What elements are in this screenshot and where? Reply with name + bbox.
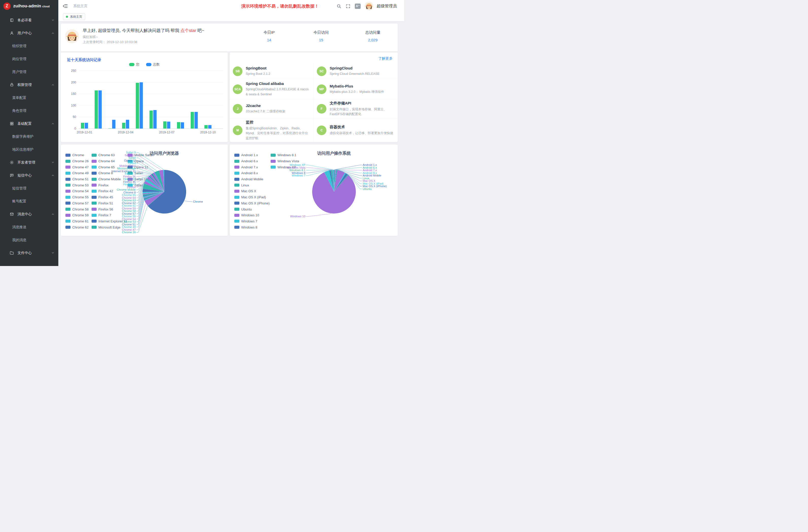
legend-item[interactable]: Chrome 65 xyxy=(92,164,128,170)
font-size-icon[interactable]: A⁺ xyxy=(355,3,361,9)
legend-item[interactable]: Chrome 59 xyxy=(66,212,92,218)
svg-text:Mac OS X (iPad): Mac OS X (iPad) xyxy=(363,182,384,185)
chevron-down-icon xyxy=(52,252,54,254)
legend-item[interactable]: Safari xyxy=(128,170,154,176)
search-icon[interactable] xyxy=(336,4,341,8)
tech-item-desc: 集成SpringBootAdmin、Zipkin、Redis、Mysql、定时任… xyxy=(246,126,309,141)
legend-item[interactable]: Microsoft Edge xyxy=(92,224,128,230)
learn-more-link[interactable]: 了解更多 xyxy=(379,56,392,61)
sidebar-subitem-account-config[interactable]: 账号配置 xyxy=(0,195,58,208)
sidebar-subitem-my-messages[interactable]: 我的消息 xyxy=(0,234,58,246)
legend-item[interactable]: Windows 10 xyxy=(234,212,271,218)
legend-item[interactable]: Mobile Safari xyxy=(128,152,154,158)
chevron-up-icon xyxy=(52,122,54,125)
legend-item[interactable]: Mac OS X xyxy=(234,188,271,194)
tech-badge-icon: C xyxy=(317,126,326,135)
sidebar-item-message-center[interactable]: 消息中心 xyxy=(0,208,58,221)
breadcrumb[interactable]: 系统主页 xyxy=(73,4,88,8)
username[interactable]: 超级管理员 xyxy=(377,3,397,9)
legend-item[interactable]: Chrome 26 xyxy=(66,158,92,164)
fullscreen-icon[interactable] xyxy=(346,4,350,8)
legend-item[interactable]: Chrome Mobile xyxy=(92,176,128,182)
app-logo[interactable]: Z zuihou-admincloud xyxy=(0,0,58,12)
user-avatar[interactable] xyxy=(364,1,373,11)
legend-item[interactable]: Safari 11 xyxy=(128,176,154,182)
legend-item[interactable]: Chrome 55 xyxy=(66,194,92,200)
sidebar-item-file-center[interactable]: 文件中心 xyxy=(0,246,58,259)
svg-text:Chrome: Chrome xyxy=(193,200,203,203)
tech-item-title: 监控 xyxy=(246,120,309,125)
tech-item-title: 文件存储API xyxy=(330,101,393,106)
sidebar-subitem-menu-config[interactable]: 菜单配置 xyxy=(0,91,58,104)
legend-item[interactable]: Chrome 47 xyxy=(66,164,92,170)
legend-item[interactable]: Chrome 49 xyxy=(66,170,92,176)
sidebar-item-must-read[interactable]: 务必详看 xyxy=(0,14,58,26)
visits-chart-card: 近十天系统访问记录 您总数 0501001502002502019-12-012… xyxy=(61,53,228,142)
legend-item[interactable]: Chrome 58 xyxy=(66,206,92,212)
welcome-avatar xyxy=(65,29,79,43)
tab-home[interactable]: 系统主页 xyxy=(63,14,85,20)
legend-item[interactable]: Chrome xyxy=(66,152,92,158)
legend-item[interactable]: Opera xyxy=(128,158,154,164)
legend-item[interactable]: Firefox 45 xyxy=(92,194,128,200)
legend-item[interactable]: Firefox xyxy=(92,182,128,188)
legend-item[interactable]: Chrome 54 xyxy=(66,188,92,194)
svg-text:Android 8.x: Android 8.x xyxy=(363,171,377,175)
legend-item[interactable]: Firefox 7 xyxy=(92,212,128,218)
legend-item[interactable]: Mac OS X (iPhone) xyxy=(234,200,271,206)
legend-item[interactable]: Android 7.x xyxy=(234,164,271,170)
chevron-down-icon xyxy=(52,161,54,164)
legend-item[interactable]: Chrome 62 xyxy=(66,224,92,230)
legend-item[interactable]: Chrome 8 xyxy=(92,170,128,176)
legend-item[interactable]: Linux xyxy=(234,182,271,188)
legend-item[interactable]: Opera 12 xyxy=(128,164,154,170)
legend-item[interactable]: Chrome 61 xyxy=(66,218,92,224)
sidebar-item-developer-management[interactable]: 开发者管理 xyxy=(0,156,58,169)
app-root: Z zuihou-admincloud 务必详看用户中心组织管理岗位管理用户管理… xyxy=(0,0,404,266)
legend-item[interactable]: Ubuntu xyxy=(234,206,271,212)
sidebar-item-user-center[interactable]: 用户中心 xyxy=(0,26,58,40)
svg-text:250: 250 xyxy=(71,69,76,73)
legend-item[interactable]: Chrome 53 xyxy=(66,182,92,188)
sidebar-subitem-data-dictionary[interactable]: 数据字典维护 xyxy=(0,130,58,143)
sidebar-item-sms-center[interactable]: 短信中心 xyxy=(0,169,58,182)
sidebar-subitem-org-management[interactable]: 组织管理 xyxy=(0,40,58,53)
legend-item[interactable]: Firefox 42 xyxy=(92,188,128,194)
legend-item[interactable]: Internet Explorer 11 xyxy=(92,218,128,224)
legend-item[interactable]: Windows Vista xyxy=(271,158,299,164)
legend-item[interactable]: Android 8.x xyxy=(234,170,271,176)
sidebar-subitem-message-push[interactable]: 消息推送 xyxy=(0,221,58,234)
legend-item[interactable]: Chrome 64 xyxy=(92,158,128,164)
legend-item[interactable]: Windows 8 xyxy=(234,224,271,230)
sidebar-subitem-sms-management[interactable]: 短信管理 xyxy=(0,182,58,195)
legend-item[interactable]: Chrome 57 xyxy=(66,200,92,206)
menu-fold-icon[interactable] xyxy=(63,4,68,8)
tech-stack-card: 了解更多 SBSpringBootSpring Boot 2.1.2SCSpri… xyxy=(230,53,398,142)
legend-item[interactable]: Windows XP xyxy=(271,164,299,170)
chevron-up-icon xyxy=(52,174,54,177)
svg-text:2019-12-07: 2019-12-07 xyxy=(159,131,175,134)
demo-warning-text: 演示环境维护不易，请勿乱删乱改数据！ xyxy=(241,3,319,9)
star-link[interactable]: 点个star xyxy=(180,28,196,33)
sidebar-subitem-user-management[interactable]: 用户管理 xyxy=(0,66,58,78)
tech-badge-icon: J xyxy=(233,104,242,114)
sidebar-subitem-post-management[interactable]: 岗位管理 xyxy=(0,53,58,66)
legend-item[interactable]: Windows 7 xyxy=(234,218,271,224)
legend-item[interactable]: Chrome 51 xyxy=(66,176,92,182)
legend-item[interactable]: Firefox 51 xyxy=(92,200,128,206)
legend-item[interactable]: Windows 8.1 xyxy=(271,152,299,158)
lock-icon xyxy=(10,82,14,87)
legend-item[interactable]: Safari 9 xyxy=(128,182,154,188)
legend-item[interactable]: Android 6.x xyxy=(234,158,271,164)
sidebar-subitem-role-management[interactable]: 角色管理 xyxy=(0,104,58,117)
legend-item[interactable]: Mac OS X (iPad) xyxy=(234,194,271,200)
legend-item[interactable]: Firefox 56 xyxy=(92,206,128,212)
chevron-up-icon xyxy=(52,213,54,216)
legend-item[interactable]: Android Mobile xyxy=(234,176,271,182)
tech-badge-icon: SCA xyxy=(233,85,242,94)
sidebar-subitem-region-info[interactable]: 地区信息维护 xyxy=(0,143,58,156)
sidebar-item-base-config[interactable]: 基础配置 xyxy=(0,117,58,130)
legend-item[interactable]: Android 1.x xyxy=(234,152,271,158)
sidebar-item-permission-management[interactable]: 权限管理 xyxy=(0,78,58,91)
legend-item[interactable]: Chrome 63 xyxy=(92,152,128,158)
